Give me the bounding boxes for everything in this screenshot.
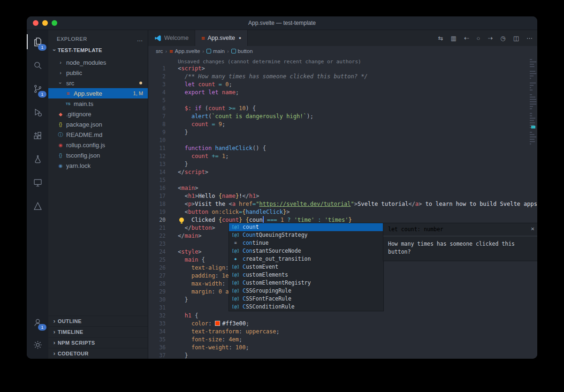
code-line[interactable]: alert(`count is dangerously high!`); <box>178 113 313 121</box>
explorer-item-node_modules[interactable]: ›node_modules <box>48 57 148 68</box>
lightbulb-icon[interactable] <box>179 218 184 222</box>
explorer-icon[interactable]: 1 <box>27 30 48 53</box>
accounts-icon[interactable]: 1 <box>27 311 48 333</box>
explorer-item-public[interactable]: ›public <box>48 68 148 78</box>
code-line[interactable]: font-weight: 100; <box>178 344 249 352</box>
split-editor-icon[interactable]: ◫ <box>513 35 519 42</box>
explorer-item-App.svelte[interactable]: ≡App.svelte1, M <box>48 88 148 98</box>
suggest-label: CustomEvent <box>243 263 278 271</box>
line-number: 8 <box>148 121 166 128</box>
code-line[interactable]: <button on:click={handleClick}> <box>178 208 290 216</box>
tab-app-svelte[interactable]: ≡ App.svelte ● <box>195 30 248 46</box>
extensions-icon[interactable] <box>27 124 48 147</box>
code-line[interactable]: text-transform: uppercase; <box>178 328 280 336</box>
search-icon[interactable] <box>27 53 48 77</box>
sidebar-section-outline[interactable]: ›OUTLINE <box>48 316 148 326</box>
suggest-item-CSSConditionRule[interactable]: [@]CSSConditionRule <box>229 303 383 311</box>
code-editor[interactable]: Unsaved changes (cannot determine recent… <box>148 56 537 359</box>
testing-icon[interactable] <box>27 147 48 171</box>
minimap[interactable] <box>529 56 537 359</box>
unsaved-dot-icon[interactable]: ● <box>239 36 241 40</box>
code-line[interactable]: color: #ff3e00; <box>178 320 249 328</box>
code-line[interactable]: padding: 1em; <box>178 272 236 280</box>
code-line[interactable]: </script> <box>178 168 208 176</box>
explorer-more-actions-icon[interactable]: … <box>137 36 143 43</box>
code-line[interactable]: export let name; <box>178 89 239 97</box>
code-line[interactable]: </main> <box>178 232 202 240</box>
code-line[interactable]: <p>Visit the <a href="https://svelte.dev… <box>178 200 537 208</box>
code-line[interactable]: font-size: 4em; <box>178 336 242 344</box>
explorer-item-src[interactable]: ›src <box>48 78 148 88</box>
suggest-item-CustomEvent[interactable]: [@]CustomEvent <box>229 263 383 271</box>
explorer-item-package.json[interactable]: {}package.json <box>48 119 148 129</box>
explorer-item-tsconfig.json[interactable]: {}tsconfig.json <box>48 150 148 160</box>
suggest-item-customElements[interactable]: [@]customElements <box>229 271 383 279</box>
code-line[interactable]: <script> <box>178 65 205 73</box>
sidebar-section-npm-scripts[interactable]: ›NPM SCRIPTS <box>48 337 148 348</box>
symbol-method-icon: ◈ <box>231 255 240 263</box>
code-line[interactable]: $: if (count >= 10) { <box>178 105 256 113</box>
bracesY-file-icon: {} <box>57 122 64 127</box>
breadcrumb-item-src[interactable]: src <box>156 48 163 54</box>
section-label: TIMELINE <box>58 329 84 335</box>
suggest-item-create_out_transition[interactable]: ◈create_out_transition <box>229 255 383 263</box>
code-line[interactable]: count += 1; <box>178 152 229 160</box>
more-actions-icon[interactable]: ⋯ <box>526 35 533 42</box>
file-history-icon[interactable]: ◷ <box>500 35 505 42</box>
line-number: 17 <box>148 192 166 200</box>
explorer-item-.gitignore[interactable]: ◆.gitignore <box>48 109 148 119</box>
suggest-item-CountQueuingStrategy[interactable]: [@]CountQueuingStrategy <box>229 231 383 239</box>
line-number: 37 <box>148 352 166 359</box>
code-line[interactable]: } <box>178 128 188 136</box>
code-line[interactable]: } <box>178 160 188 168</box>
code-line[interactable]: main { <box>178 256 205 264</box>
open-preview-icon[interactable]: ▥ <box>450 35 456 42</box>
vscode-logo-icon <box>154 35 161 42</box>
code-line[interactable]: let count = 0; <box>178 81 232 89</box>
line-number: 29 <box>148 288 166 296</box>
explorer-item-rollup.config.js[interactable]: ◉rollup.config.js <box>48 140 148 150</box>
tab-welcome[interactable]: Welcome <box>148 30 195 46</box>
explorer-item-main.ts[interactable]: TSmain.ts <box>48 98 148 109</box>
minimize-window-icon[interactable] <box>42 20 48 26</box>
code-line[interactable]: /** How many times has someone clicked t… <box>178 73 368 81</box>
code-line[interactable]: function handleClick() { <box>178 144 266 152</box>
explorer-item-yarn.lock[interactable]: ◉yarn.lock <box>48 160 148 171</box>
suggest-item-CustomElementRegistry[interactable]: [@]CustomElementRegistry <box>229 279 383 287</box>
vscode-window: App.svelte — test-template 1 1 <box>27 16 537 359</box>
explorer-item-README.md[interactable]: ⓘREADME.md <box>48 129 148 140</box>
close-window-icon[interactable] <box>33 20 38 26</box>
code-line[interactable]: <style> <box>178 248 202 256</box>
run-debug-icon[interactable] <box>27 100 48 124</box>
zoom-window-icon[interactable] <box>52 20 57 26</box>
code-line[interactable]: <main> <box>178 184 198 192</box>
suggest-item-continue[interactable]: ≡continue <box>229 239 383 247</box>
suggest-item-CSSGroupingRule[interactable]: [@]CSSGroupingRule <box>229 287 383 295</box>
open-changes-icon[interactable]: ⇆ <box>438 35 443 42</box>
code-line[interactable]: </button> <box>178 224 215 232</box>
code-line[interactable]: h1 { <box>178 312 198 320</box>
remote-explorer-icon[interactable] <box>27 171 48 194</box>
source-control-icon[interactable]: 1 <box>27 77 48 100</box>
sidebar-section-timeline[interactable]: ›TIMELINE <box>48 326 148 337</box>
gutter-indicator-icon[interactable]: ○ <box>477 35 480 42</box>
azure-icon[interactable] <box>27 194 48 218</box>
settings-gear-icon[interactable] <box>27 333 48 356</box>
project-root-item[interactable]: › TEST-TEMPLATE <box>48 45 148 55</box>
previous-change-icon[interactable]: ⇠ <box>464 35 469 42</box>
chevron-right-icon: › <box>51 318 58 324</box>
suggest-item-count[interactable]: [@]count <box>229 223 383 231</box>
breadcrumb-item-button[interactable]: button <box>231 48 253 54</box>
close-icon[interactable]: × <box>531 225 534 233</box>
next-change-icon[interactable]: ⇢ <box>488 35 493 42</box>
code-line[interactable]: <h1>Hello {name}!</h1> <box>178 192 259 200</box>
suggest-item-ConstantSourceNode[interactable]: [@]ConstantSourceNode <box>229 247 383 255</box>
suggest-item-CSSFontFaceRule[interactable]: [@]CSSFontFaceRule <box>229 295 383 303</box>
code-line[interactable]: } <box>178 352 188 359</box>
breadcrumb-item-app.svelte[interactable]: ≡App.svelte <box>169 48 200 55</box>
sidebar-section-codetour[interactable]: ›CODETOUR <box>48 348 148 359</box>
code-line[interactable]: count = 9; <box>178 121 225 128</box>
breadcrumb-item-main[interactable]: main <box>206 48 225 54</box>
code-line[interactable]: } <box>178 296 188 304</box>
minimap-line <box>530 73 536 74</box>
